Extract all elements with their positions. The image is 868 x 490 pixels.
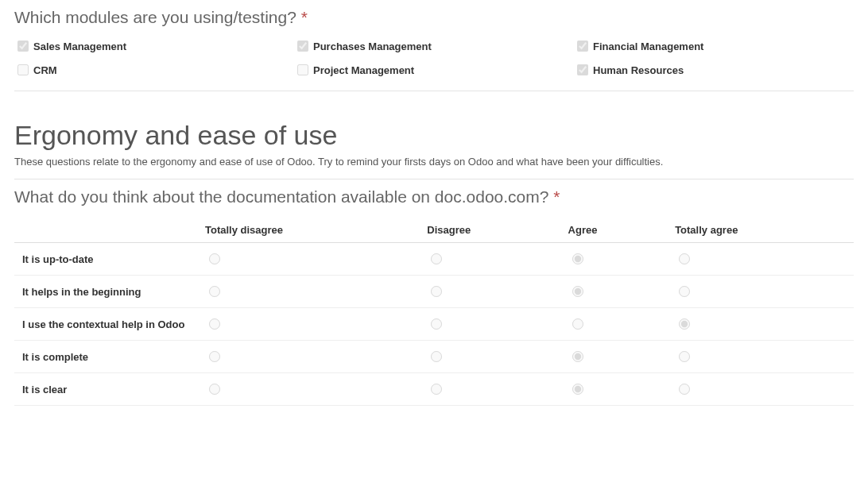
module-checkbox-financial[interactable] [577, 41, 588, 52]
matrix-radio[interactable] [431, 351, 442, 362]
module-label: Human Resources [593, 64, 684, 76]
module-label: Project Management [313, 64, 414, 76]
module-label: Sales Management [33, 41, 126, 52]
matrix-radio[interactable] [679, 384, 690, 395]
matrix-radio[interactable] [209, 286, 220, 297]
module-checkbox-crm[interactable] [17, 64, 29, 75]
module-checkbox-purchases[interactable] [297, 41, 308, 52]
module-option-crm[interactable]: CRM [14, 62, 294, 78]
matrix-row-label: It is up-to-date [14, 243, 197, 276]
divider [14, 91, 854, 91]
matrix-documentation: Totally disagree Disagree Agree Totally … [14, 218, 854, 406]
matrix-col-header: Totally agree [667, 218, 854, 243]
module-checkbox-hr[interactable] [577, 64, 588, 75]
matrix-radio[interactable] [431, 253, 442, 264]
matrix-row: It is complete [14, 341, 854, 373]
required-asterisk: * [553, 187, 560, 206]
module-checkbox-sales[interactable] [17, 41, 29, 52]
matrix-row: I use the contextual help in Odoo [14, 308, 854, 341]
matrix-row: It is clear [14, 373, 854, 406]
question-modules-title: Which modules are you using/testing? * [14, 8, 854, 27]
matrix-radio[interactable] [209, 318, 220, 330]
matrix-row: It is up-to-date [14, 243, 854, 276]
matrix-radio[interactable] [679, 318, 690, 330]
module-option-financial[interactable]: Financial Management [574, 38, 854, 54]
matrix-radio[interactable] [679, 351, 690, 362]
matrix-radio[interactable] [572, 351, 583, 362]
matrix-row: It helps in the beginning [14, 276, 854, 308]
module-option-purchases[interactable]: Purchases Management [294, 38, 574, 54]
matrix-col-header: Agree [560, 218, 668, 243]
matrix-radio[interactable] [431, 318, 442, 330]
matrix-radio[interactable] [209, 351, 220, 362]
module-checkbox-project[interactable] [297, 64, 308, 75]
matrix-row-label: It is clear [14, 373, 197, 406]
divider [14, 179, 854, 179]
matrix-radio[interactable] [572, 286, 583, 297]
section-title-ergonomy: Ergonomy and ease of use [14, 120, 854, 151]
module-option-sales[interactable]: Sales Management [14, 38, 294, 54]
required-asterisk: * [301, 8, 308, 26]
matrix-radio[interactable] [431, 286, 442, 297]
matrix-radio[interactable] [209, 384, 220, 395]
matrix-row-label: It is complete [14, 341, 197, 373]
section-description: These questions relate to the ergonomy a… [14, 156, 854, 168]
matrix-radio[interactable] [572, 384, 583, 395]
matrix-row-label: I use the contextual help in Odoo [14, 308, 197, 341]
matrix-col-header: Totally disagree [197, 218, 419, 243]
matrix-radio[interactable] [209, 253, 220, 264]
matrix-radio[interactable] [679, 286, 690, 297]
matrix-radio[interactable] [431, 384, 442, 395]
module-option-hr[interactable]: Human Resources [574, 62, 854, 78]
matrix-col-header: Disagree [419, 218, 560, 243]
matrix-radio[interactable] [572, 318, 583, 330]
matrix-radio[interactable] [679, 253, 690, 264]
module-label: Financial Management [593, 41, 703, 52]
matrix-row-label: It helps in the beginning [14, 276, 197, 308]
module-label: Purchases Management [313, 41, 432, 52]
matrix-radio[interactable] [572, 253, 583, 264]
modules-checkbox-grid: Sales Management Purchases Management Fi… [14, 38, 854, 78]
module-label: CRM [33, 64, 57, 76]
module-option-project[interactable]: Project Management [294, 62, 574, 78]
question-documentation-title: What do you think about the documentatio… [14, 187, 854, 206]
